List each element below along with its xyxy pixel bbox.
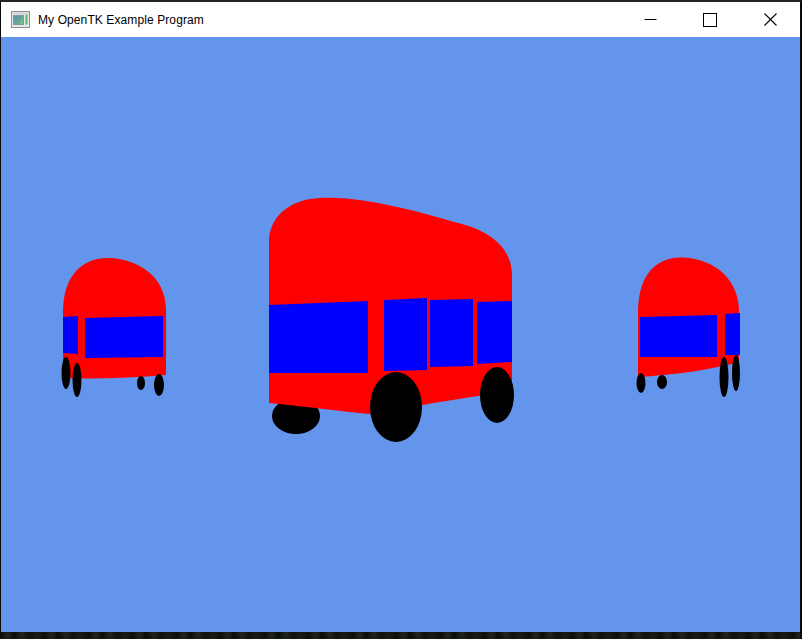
gl-viewport[interactable]	[1, 37, 800, 632]
maximize-button[interactable]	[680, 2, 740, 37]
left-bus-windshield	[85, 316, 163, 358]
center-bus-window	[384, 298, 427, 371]
desktop-background-strip	[1, 632, 800, 639]
left-bus-wheel	[137, 376, 145, 390]
center-bus-middle-wheel	[370, 372, 422, 442]
left-bus-wheel	[154, 374, 164, 396]
title-bar[interactable]: My OpenTK Example Program	[1, 2, 800, 37]
close-icon	[764, 13, 777, 26]
center-bus-window	[269, 301, 368, 373]
right-bus-wheel	[637, 373, 646, 393]
app-icon[interactable]	[11, 11, 30, 28]
right-bus-wheel	[732, 355, 740, 391]
left-bus-wheel	[62, 357, 71, 389]
right-bus-wheel	[657, 375, 667, 389]
right-bus-wheel	[720, 357, 729, 397]
close-button[interactable]	[740, 2, 800, 37]
center-bus-window	[477, 301, 512, 364]
left-bus	[62, 258, 167, 397]
rendered-scene	[1, 37, 800, 632]
center-bus-front-wheel	[480, 367, 514, 423]
window-title: My OpenTK Example Program	[38, 13, 204, 27]
maximize-icon	[703, 13, 717, 27]
right-bus-side-window	[725, 313, 740, 355]
center-bus-window	[430, 299, 473, 367]
left-bus-wheel	[73, 363, 82, 397]
minimize-button[interactable]	[620, 2, 680, 37]
left-bus-side-window	[63, 316, 78, 354]
right-bus-windshield	[640, 315, 717, 357]
app-window: My OpenTK Example Program	[0, 0, 802, 639]
minimize-icon	[644, 13, 657, 26]
